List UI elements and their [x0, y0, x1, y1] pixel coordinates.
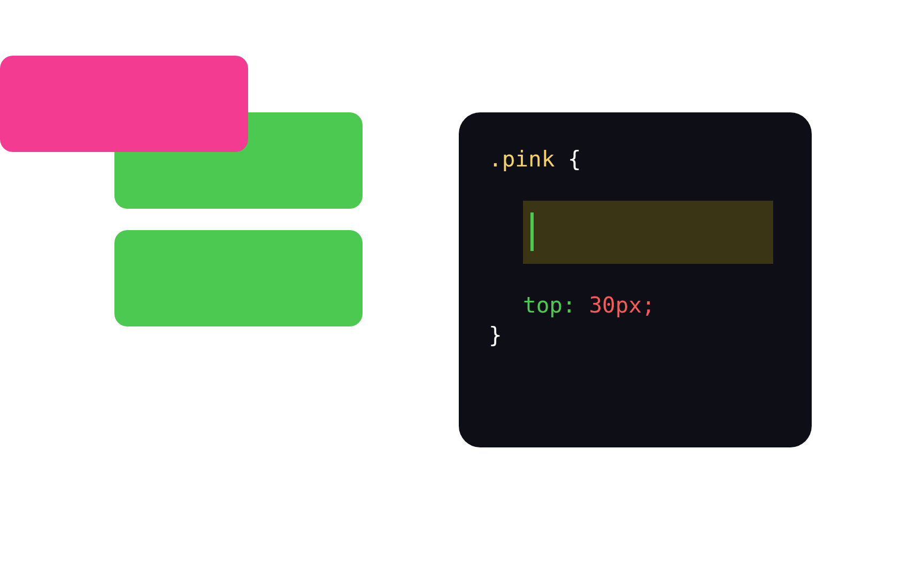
open-brace: { [568, 146, 581, 172]
css-value: 30px; [589, 292, 654, 318]
code-line-selector: .pink { [489, 144, 788, 174]
pink-box [0, 56, 248, 152]
green-box-2 [114, 230, 363, 326]
code-line-prop: top: 30px; [489, 291, 788, 320]
css-property: top: [523, 292, 576, 318]
canvas: .pink { top: 30px; } [0, 0, 924, 578]
css-selector: .pink [489, 146, 555, 172]
code-editor: .pink { top: 30px; } [459, 112, 812, 447]
code-line-close: } [489, 321, 788, 350]
close-brace: } [489, 322, 502, 348]
text-cursor-icon [530, 212, 534, 251]
code-input[interactable] [523, 201, 773, 264]
